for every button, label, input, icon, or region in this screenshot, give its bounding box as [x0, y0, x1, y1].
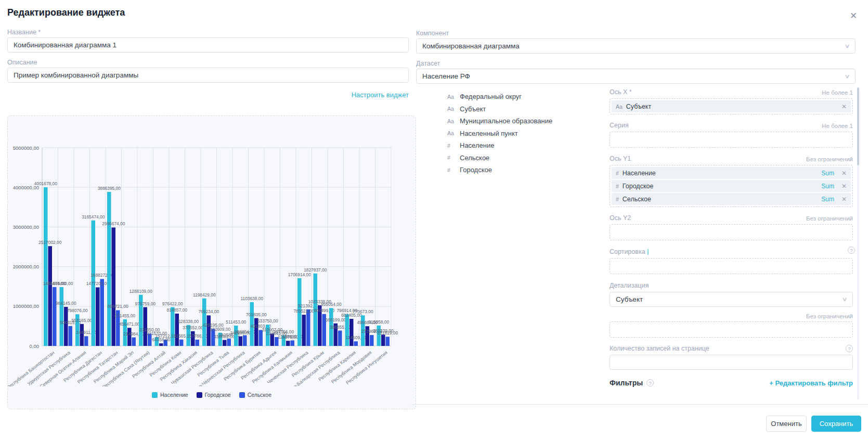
svg-text:814857,00: 814857,00 — [166, 307, 187, 313]
dataset-value: Население РФ — [422, 72, 470, 80]
axis-y1-chip[interactable]: #НаселениеSum✕ — [612, 167, 851, 179]
axis-x-chip[interactable]: Aa Субъект ✕ — [612, 100, 851, 112]
svg-text:785522,00: 785522,00 — [293, 308, 314, 314]
svg-text:553165,00: 553165,00 — [71, 318, 92, 323]
axis-y1-chip[interactable]: #СельскоеSum✕ — [612, 193, 851, 205]
axis-y2-limit: Без ограничений — [806, 215, 853, 222]
dataset-field-name: Федеральный округ — [460, 93, 522, 100]
axis-y1-chip-label: Городское — [623, 183, 821, 190]
dataset-select[interactable]: Население РФ ∨ — [416, 69, 856, 84]
axis-y1-dropzone[interactable]: #НаселениеSum✕#ГородскоеSum✕#СельскоеSum… — [610, 165, 853, 207]
page-size-label: Количество записей на странице — [610, 345, 709, 352]
svg-text:3886395,00: 3886395,00 — [98, 186, 121, 191]
dataset-field-name: Субъект — [460, 105, 486, 113]
svg-text:1000000,00: 1000000,00 — [13, 303, 39, 309]
remove-icon[interactable]: ✕ — [841, 103, 847, 110]
component-label: Компонент — [416, 30, 449, 37]
svg-text:984145,00: 984145,00 — [56, 301, 76, 306]
detail-label: Детализация — [610, 282, 853, 289]
series-dropzone[interactable] — [610, 132, 853, 148]
help-icon[interactable]: ? — [646, 379, 654, 386]
svg-text:528338,00: 528338,00 — [178, 319, 199, 324]
svg-text:4001678,00: 4001678,00 — [34, 181, 58, 186]
remove-icon[interactable]: ✕ — [841, 183, 847, 190]
svg-text:1103638,00: 1103638,00 — [240, 296, 263, 301]
chart-canvas[interactable]: 0,001000000,002000000,003000000,00400000… — [8, 116, 416, 386]
close-icon[interactable]: ✕ — [850, 10, 857, 21]
svg-text:976759,00: 976759,00 — [135, 301, 156, 306]
axis-y2-dropzone[interactable] — [610, 224, 853, 240]
svg-text:267756,00: 267756,00 — [273, 329, 294, 334]
detail-select[interactable]: Субъект ∨ — [610, 292, 853, 307]
component-select[interactable]: Комбинированная диаграмма ∨ — [416, 38, 856, 54]
aggregation-tag[interactable]: Sum — [821, 196, 834, 203]
axis-y2-label: Ось Y2 — [610, 214, 631, 222]
text-field-icon: Aa — [447, 130, 460, 136]
svg-text:533750,00: 533750,00 — [257, 318, 278, 324]
page-title: Редактирование виджета — [7, 7, 125, 18]
extra-limit-label: Без ограничений — [610, 313, 853, 319]
svg-text:1288109,00: 1288109,00 — [129, 289, 153, 294]
configure-widget-link[interactable]: Настроить виджет — [7, 91, 409, 99]
axis-y1-chip[interactable]: #ГородскоеSum✕ — [612, 180, 851, 192]
dataset-field-item[interactable]: #Население — [447, 139, 598, 152]
footer-divider — [411, 404, 868, 405]
help-icon[interactable]: ? — [848, 247, 855, 254]
chevron-down-icon: ∨ — [844, 43, 850, 49]
number-field-icon: # — [616, 183, 619, 189]
svg-text:515058,00: 515058,00 — [368, 319, 389, 325]
dataset-field-item[interactable]: #Сельское — [447, 152, 598, 164]
svg-text:798076,00: 798076,00 — [67, 308, 88, 313]
chart-preview-panel: 0,001000000,002000000,003000000,00400000… — [7, 115, 416, 409]
sorting-label: Сортировка — [610, 248, 645, 255]
legend-swatch — [239, 392, 245, 398]
name-input[interactable]: Комбинированная диаграмма 1 — [7, 37, 409, 53]
svg-text:2986674,00: 2986674,00 — [102, 221, 125, 226]
series-label: Серия — [610, 122, 629, 129]
axis-x-limit: Не более 1 — [822, 89, 853, 96]
edit-filter-link[interactable]: + Редактировать фильтр — [769, 379, 853, 387]
dataset-field-item[interactable]: AaСубъект — [447, 103, 598, 115]
svg-text:769234,00: 769234,00 — [198, 309, 219, 314]
chart-legend: НаселениеГородскоеСельское — [8, 392, 416, 398]
svg-text:5000000,00: 5000000,00 — [13, 145, 39, 151]
axis-y1-label: Ось Y1 — [610, 155, 631, 162]
cancel-button[interactable]: Отменить — [766, 416, 807, 432]
scrollbar-thumb[interactable] — [857, 87, 859, 165]
axis-y1-chip-label: Население — [623, 170, 821, 177]
legend-item[interactable]: Население — [152, 392, 188, 398]
page-size-input[interactable] — [610, 355, 853, 370]
remove-icon[interactable]: ✕ — [841, 170, 847, 177]
dataset-field-item[interactable]: #Городское — [447, 164, 598, 176]
detail-value: Субъект — [616, 295, 643, 303]
svg-text:976422,00: 976422,00 — [162, 301, 183, 306]
description-input[interactable]: Пример комбинированной диаграммы — [7, 68, 409, 83]
svg-text:2000000,00: 2000000,00 — [13, 264, 39, 269]
legend-label: Городское — [205, 392, 231, 398]
number-field-icon: # — [616, 170, 619, 176]
svg-text:955054,00: 955054,00 — [321, 302, 342, 307]
legend-item[interactable]: Сельское — [239, 392, 271, 398]
aggregation-tag[interactable]: Sum — [821, 170, 834, 177]
svg-text:1198429,00: 1198429,00 — [193, 292, 216, 298]
legend-item[interactable]: Городское — [197, 392, 231, 398]
dataset-field-item[interactable]: AaНаселенный пункт — [447, 127, 598, 140]
axis-x-dropzone[interactable]: Aa Субъект ✕ — [610, 98, 853, 114]
svg-text:332609,00: 332609,00 — [210, 327, 230, 332]
extra-dropzone[interactable] — [610, 321, 853, 338]
chevron-down-icon: ∨ — [844, 73, 850, 80]
dataset-field-item[interactable]: AaМуниципальное образование — [447, 115, 598, 127]
help-icon[interactable]: ? — [846, 345, 853, 352]
svg-text:770673,00: 770673,00 — [353, 309, 373, 314]
legend-label: Сельское — [248, 392, 271, 398]
svg-text:231819,00: 231819,00 — [377, 330, 398, 335]
sorting-dropzone[interactable] — [610, 258, 853, 274]
aggregation-tag[interactable]: Sum — [821, 183, 834, 190]
text-field-icon: Aa — [616, 104, 623, 110]
svg-text:3165474,00: 3165474,00 — [82, 214, 105, 220]
dataset-field-item[interactable]: AaФедеральный округ — [447, 91, 598, 103]
remove-icon[interactable]: ✕ — [841, 196, 847, 203]
save-button[interactable]: Сохранить — [811, 416, 861, 432]
number-field-icon: # — [616, 196, 619, 202]
svg-text:370552,00: 370552,00 — [183, 325, 203, 330]
